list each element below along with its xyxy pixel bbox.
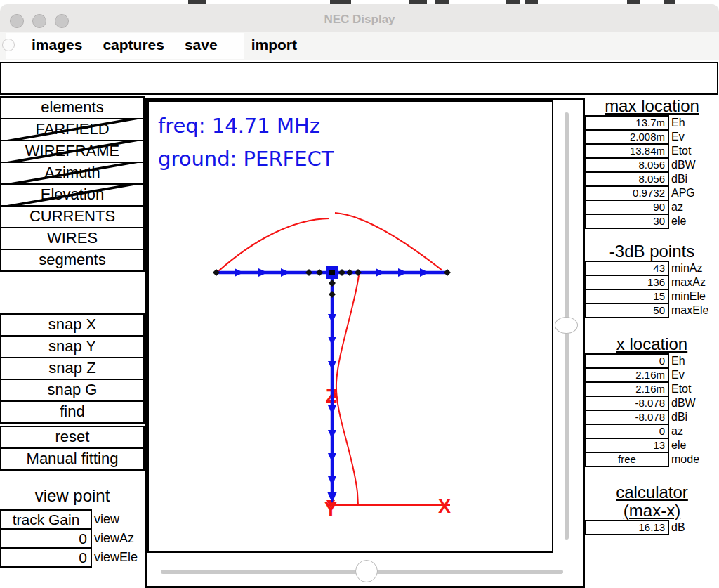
- label-3db-points-minaz: minAz: [671, 261, 702, 276]
- value-max-location-apg: 0.9732: [585, 185, 669, 201]
- value-x-location-ev: 2.16m: [585, 367, 669, 383]
- command-input[interactable]: [0, 62, 718, 95]
- strikethrough-icon: [0, 162, 145, 185]
- view-point-heading: view point: [0, 486, 145, 506]
- field-viewaz[interactable]: 0: [0, 528, 92, 549]
- menu-item-images[interactable]: images: [32, 37, 82, 53]
- label-3db-points-minele: minEle: [671, 289, 706, 304]
- button-manual-fitting[interactable]: Manual fitting: [0, 447, 145, 471]
- antenna-plot: freq: 14.71 MHz ground: PERFECT X Y Z: [149, 102, 552, 551]
- button-farfield[interactable]: FARFIELD: [0, 118, 145, 141]
- readout-row: 90az: [585, 200, 719, 215]
- heading-max-location: max location: [585, 97, 719, 115]
- x-axis-label: X: [438, 496, 451, 517]
- label-viewele: viewEle: [94, 547, 138, 568]
- pattern-lobe-lower: [336, 275, 359, 505]
- label-max-location-ev: Ev: [671, 129, 685, 145]
- button-elevation[interactable]: Elevation: [0, 183, 145, 207]
- button-snap-y[interactable]: snap Y: [0, 335, 145, 358]
- value-max-location-az: 90: [585, 200, 669, 215]
- window-titlebar: NEC Display: [0, 4, 719, 32]
- value-x-location-az: 0: [585, 424, 669, 439]
- view-point-row: track Gainview: [0, 509, 145, 530]
- readout-row: 2.008mEv: [585, 129, 719, 145]
- label-max-location-etot: Etot: [671, 143, 691, 159]
- view-point-row: 0viewEle: [0, 547, 145, 568]
- button-wireframe[interactable]: WIREFRAME: [0, 140, 145, 163]
- readout-row: -8.078dBi: [585, 410, 719, 425]
- window-title: NEC Display: [0, 13, 719, 27]
- value-3db-points-maxaz: 136: [585, 275, 669, 290]
- value-max-location-eh: 13.7m: [585, 115, 669, 131]
- label-max-location-az: az: [671, 200, 683, 215]
- view-point-row: 0viewAz: [0, 528, 145, 549]
- readout-row: 2.16mEv: [585, 367, 719, 383]
- value-x-location-ele: 13: [585, 438, 669, 453]
- vertical-slider-thumb[interactable]: [555, 317, 578, 334]
- readout-row: 30ele: [585, 214, 719, 229]
- heading-calculator: calculator: [585, 483, 719, 502]
- y-axis-label: Y: [324, 499, 337, 520]
- strikethrough-icon: [0, 118, 145, 141]
- readout-row: 16.13dB: [585, 520, 719, 535]
- section-max-location: max location13.7mEh2.008mEv13.84mEtot8.0…: [585, 97, 719, 229]
- value-3db-points-minaz: 43: [585, 261, 669, 276]
- button-segments[interactable]: segments: [0, 249, 145, 272]
- readout-row: 136maxAz: [585, 275, 719, 290]
- label-view: view: [94, 509, 119, 530]
- readout-row: -8.078dBW: [585, 396, 719, 411]
- ground-label: ground: PERFECT: [158, 147, 334, 171]
- readout-row: 8.056dBi: [585, 171, 719, 187]
- label-x-location-dbi: dBi: [671, 410, 687, 425]
- value-max-location-etot: 13.84m: [585, 143, 669, 159]
- button-currents[interactable]: CURRENTS: [0, 205, 145, 228]
- button-azimuth[interactable]: Azimuth: [0, 162, 145, 185]
- left-button-column: elementsFARFIELDWIREFRAMEAzimuthElevatio…: [0, 98, 145, 272]
- label-x-location-etot: Etot: [671, 381, 691, 397]
- menu-radio-icon[interactable]: [2, 39, 15, 51]
- section-x-location: x location0Eh2.16mEv2.16mEtot-8.078dBW-8…: [585, 335, 719, 467]
- field-view[interactable]: track Gain: [0, 509, 92, 530]
- menu-item-captures[interactable]: captures: [103, 37, 164, 53]
- section-3db-points: -3dB points43minAz136maxAz15minEle50maxE…: [585, 242, 719, 318]
- value-max-location-ev: 2.008m: [585, 129, 669, 145]
- label-x-location-ev: Ev: [671, 367, 685, 383]
- value-max-location-ele: 30: [585, 214, 669, 229]
- readout-row: 15minEle: [585, 289, 719, 304]
- radiation-pattern: [218, 213, 442, 505]
- readout-row: 13.7mEh: [585, 115, 719, 131]
- label-max-location-ele: ele: [671, 214, 686, 229]
- button-elements[interactable]: elements: [0, 96, 145, 119]
- button-find[interactable]: find: [0, 400, 145, 424]
- menu-item-save[interactable]: save: [185, 37, 218, 53]
- label-3db-points-maxaz: maxAz: [671, 275, 706, 290]
- antenna-wires: [213, 266, 451, 503]
- field-viewele[interactable]: 0: [0, 547, 92, 568]
- canvas-container: freq: 14.71 MHz ground: PERFECT X Y Z: [145, 98, 585, 588]
- heading-x-location: x location: [585, 335, 719, 353]
- button-wires[interactable]: WIRES: [0, 227, 145, 250]
- button-reset[interactable]: reset: [0, 426, 145, 449]
- value-x-location-dbi: -8.078: [585, 410, 669, 425]
- button-snap-z[interactable]: snap Z: [0, 357, 145, 380]
- label-x-location-eh: Eh: [671, 353, 685, 369]
- freq-label: freq: 14.71 MHz: [158, 114, 320, 138]
- value-x-location-etot: 2.16m: [585, 381, 669, 397]
- readout-row: 0az: [585, 424, 719, 439]
- horizontal-slider-thumb[interactable]: [355, 560, 378, 582]
- drawing-canvas[interactable]: freq: 14.71 MHz ground: PERFECT X Y Z: [147, 100, 553, 553]
- label-x-location-dbw: dBW: [671, 396, 696, 411]
- pattern-arc-left: [218, 218, 329, 271]
- readout-row: 43minAz: [585, 261, 719, 276]
- readout-row: 2.16mEtot: [585, 381, 719, 397]
- value-x-location-dbw: -8.078: [585, 396, 669, 411]
- button-snap-g[interactable]: snap G: [0, 379, 145, 402]
- view-point-panel: view point track Gainview0viewAz0viewEle: [0, 486, 145, 568]
- strikethrough-icon: [0, 140, 145, 163]
- value-max-location-dbw: 8.056: [585, 157, 669, 173]
- button-snap-x[interactable]: snap X: [0, 313, 145, 337]
- left-action-column: snap Xsnap Ysnap Zsnap GfindresetManual …: [0, 315, 145, 471]
- menu-item-import[interactable]: import: [251, 37, 297, 53]
- readout-row: 8.056dBW: [585, 157, 719, 173]
- feedpoint-inner: [329, 270, 335, 275]
